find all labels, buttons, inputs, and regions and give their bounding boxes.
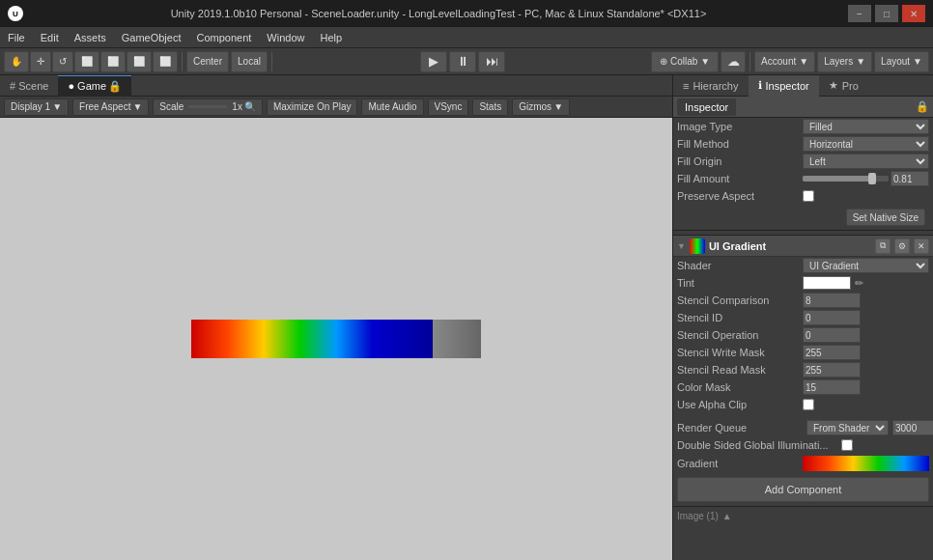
aspect-dropdown[interactable]: Free Aspect ▼ bbox=[72, 98, 149, 116]
tab-hierarchy[interactable]: ≡ Hierarchy bbox=[673, 75, 749, 97]
layers-dropdown[interactable]: Layers ▼ bbox=[817, 51, 872, 72]
gradient-copy-icon[interactable]: ⧉ bbox=[875, 238, 891, 254]
stats-btn[interactable]: Stats bbox=[472, 98, 508, 116]
menu-assets[interactable]: Assets bbox=[67, 30, 114, 45]
ui-gradient-header[interactable]: ▼ UI Gradient ⧉ ⚙ ✕ bbox=[673, 236, 933, 257]
panel-lock-icon[interactable]: 🔒 bbox=[916, 100, 929, 113]
shader-value: UI Gradient bbox=[803, 258, 929, 273]
menu-gameobject[interactable]: GameObject bbox=[114, 30, 189, 45]
pause-button[interactable]: ⏸ bbox=[449, 51, 476, 72]
stencil-comparison-input[interactable] bbox=[803, 293, 861, 308]
menu-component[interactable]: Component bbox=[188, 30, 259, 45]
stencil-read-mask-input[interactable] bbox=[803, 362, 861, 378]
center-toggle[interactable]: Center bbox=[186, 51, 229, 72]
color-mask-input[interactable] bbox=[803, 379, 861, 395]
fill-amount-input[interactable] bbox=[891, 171, 929, 186]
hand-tool[interactable]: ✋ bbox=[4, 51, 29, 72]
double-sided-checkbox[interactable] bbox=[841, 439, 853, 451]
layers-label: Layers bbox=[824, 56, 853, 67]
collab-icon: ⊕ bbox=[660, 56, 667, 67]
scale-control[interactable]: Scale 1x 🔍 bbox=[153, 98, 263, 116]
view-tabs: # Scene ● Game 🔒 bbox=[0, 75, 672, 97]
close-button[interactable]: ✕ bbox=[902, 5, 925, 22]
main-area: # Scene ● Game 🔒 Display 1 ▼ Free Aspect… bbox=[0, 75, 933, 560]
stencil-write-mask-row: Stencil Write Mask bbox=[673, 344, 933, 361]
add-component-button[interactable]: Add Component bbox=[677, 477, 929, 502]
scene-view: # Scene ● Game 🔒 Display 1 ▼ Free Aspect… bbox=[0, 75, 672, 560]
move-tool[interactable]: ✛ bbox=[30, 51, 51, 72]
unity-logo: U bbox=[8, 6, 23, 21]
rotate-tool[interactable]: ↺ bbox=[52, 51, 73, 72]
stencil-write-mask-input[interactable] bbox=[803, 345, 861, 360]
fill-origin-value: Left bbox=[803, 154, 929, 169]
menu-window[interactable]: Window bbox=[259, 30, 312, 45]
local-toggle[interactable]: Local bbox=[231, 51, 268, 72]
menu-file[interactable]: File bbox=[0, 30, 33, 45]
maximize-button[interactable]: □ bbox=[875, 5, 898, 22]
tab-pro[interactable]: ★ Pro bbox=[819, 75, 868, 97]
fill-origin-label: Fill Origin bbox=[677, 155, 803, 167]
separator-3 bbox=[749, 52, 750, 71]
subtab-inspector-label: Inspector bbox=[685, 101, 728, 113]
preserve-aspect-row: Preserve Aspect bbox=[673, 187, 933, 205]
stencil-operation-input[interactable] bbox=[803, 327, 861, 343]
layout-label: Layout bbox=[881, 56, 910, 67]
set-native-size-button[interactable]: Set Native Size bbox=[846, 209, 925, 226]
fill-method-select[interactable]: Horizontal bbox=[803, 136, 929, 152]
subtab-inspector[interactable]: Inspector bbox=[677, 98, 736, 116]
step-button[interactable]: ⏭ bbox=[478, 51, 505, 72]
gradient-remove-icon[interactable]: ✕ bbox=[914, 238, 929, 254]
use-alpha-clip-checkbox[interactable] bbox=[803, 399, 814, 410]
fill-amount-slider[interactable] bbox=[803, 176, 889, 182]
gizmos-btn[interactable]: Gizmos ▼ bbox=[512, 98, 570, 116]
display-dropdown[interactable]: Display 1 ▼ bbox=[4, 98, 69, 116]
collab-button[interactable]: ⊕ Collab ▼ bbox=[651, 51, 719, 72]
preserve-aspect-checkbox[interactable] bbox=[803, 190, 814, 202]
pro-icon: ★ bbox=[829, 79, 838, 92]
render-queue-dropdown[interactable]: From Shader bbox=[806, 420, 889, 435]
aspect-label: Free Aspect bbox=[79, 101, 130, 112]
tab-game[interactable]: ● Game 🔒 bbox=[58, 75, 131, 97]
color-mask-value bbox=[803, 379, 929, 395]
rect-tool[interactable]: ⬜ bbox=[100, 51, 126, 72]
image-type-select[interactable]: Filled bbox=[803, 119, 929, 134]
custom-tool[interactable]: ⬜ bbox=[153, 51, 178, 72]
tint-color-swatch[interactable] bbox=[803, 276, 851, 290]
render-queue-label: Render Queue bbox=[677, 422, 803, 434]
tab-inspector[interactable]: ℹ Inspector bbox=[749, 75, 819, 97]
maximize-on-play-btn[interactable]: Maximize On Play bbox=[267, 98, 358, 116]
cloud-button[interactable]: ☁ bbox=[721, 51, 746, 72]
image-type-label: Image Type bbox=[677, 121, 803, 132]
layout-dropdown[interactable]: Layout ▼ bbox=[874, 51, 929, 72]
scale-tool[interactable]: ⬜ bbox=[74, 51, 99, 72]
stencil-comparison-label: Stencil Comparison bbox=[677, 294, 803, 306]
tint-picker-icon[interactable]: ✏ bbox=[855, 277, 863, 290]
account-dropdown[interactable]: Account ▼ bbox=[754, 51, 815, 72]
minimize-button[interactable]: − bbox=[848, 5, 871, 22]
scale-search-icon: 🔍 bbox=[244, 101, 256, 112]
menu-help[interactable]: Help bbox=[312, 30, 350, 45]
fill-origin-select[interactable]: Left bbox=[803, 154, 929, 169]
gradient-menu-icon[interactable]: ⚙ bbox=[894, 238, 910, 254]
stencil-operation-label: Stencil Operation bbox=[677, 329, 803, 341]
window-title: Unity 2019.1.0b10 Personal - SceneLoader… bbox=[29, 8, 848, 19]
fill-method-label: Fill Method bbox=[677, 138, 803, 150]
gradient-swatch[interactable] bbox=[803, 456, 929, 471]
inspector-label: Inspector bbox=[766, 80, 809, 92]
fill-method-row: Fill Method Horizontal bbox=[673, 135, 933, 153]
transform-tool[interactable]: ⬜ bbox=[127, 51, 152, 72]
pro-label: Pro bbox=[842, 80, 859, 92]
stencil-id-input[interactable] bbox=[803, 310, 861, 325]
play-button[interactable]: ▶ bbox=[420, 51, 447, 72]
stencil-operation-value bbox=[803, 327, 929, 343]
mute-audio-btn[interactable]: Mute Audio bbox=[361, 98, 423, 116]
tab-scene[interactable]: # Scene bbox=[0, 75, 58, 97]
display-chevron-icon: ▼ bbox=[52, 101, 62, 112]
vsync-btn[interactable]: VSync bbox=[428, 98, 469, 116]
title-bar: U Unity 2019.1.0b10 Personal - SceneLoad… bbox=[0, 0, 933, 27]
shader-select[interactable]: UI Gradient bbox=[803, 258, 929, 273]
render-queue-input[interactable] bbox=[892, 420, 933, 435]
menu-edit[interactable]: Edit bbox=[33, 30, 67, 45]
double-sided-value bbox=[841, 439, 929, 451]
window-controls[interactable]: − □ ✕ bbox=[848, 5, 925, 22]
